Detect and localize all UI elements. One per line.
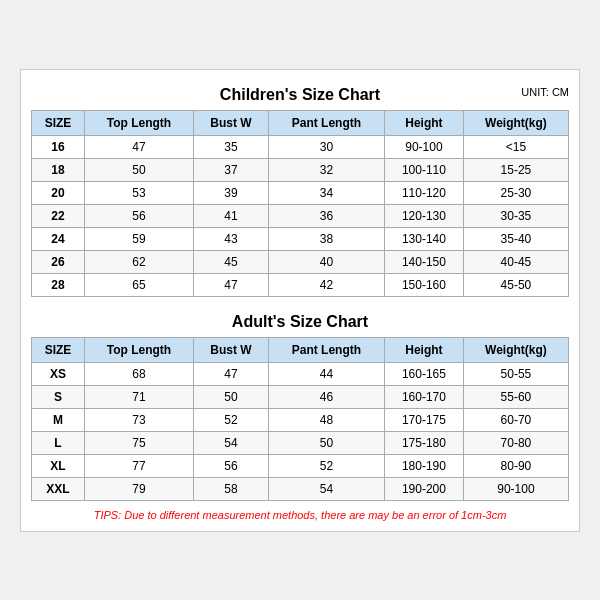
table-cell: 38	[268, 227, 384, 250]
table-cell: 36	[268, 204, 384, 227]
table-cell: XS	[32, 362, 85, 385]
table-cell: 71	[84, 385, 193, 408]
table-cell: 60-70	[463, 408, 568, 431]
children-col-size: SIZE	[32, 110, 85, 135]
table-cell: 37	[194, 158, 269, 181]
table-cell: 140-150	[385, 250, 464, 273]
tips-text: TIPS: Due to different measurement metho…	[31, 509, 569, 521]
table-row: 24594338130-14035-40	[32, 227, 569, 250]
adults-col-size: SIZE	[32, 337, 85, 362]
table-row: M735248170-17560-70	[32, 408, 569, 431]
table-cell: 18	[32, 158, 85, 181]
adults-col-height: Height	[385, 337, 464, 362]
table-cell: 79	[84, 477, 193, 500]
adults-col-bust-w: Bust W	[194, 337, 269, 362]
table-cell: <15	[463, 135, 568, 158]
adults-col-top-length: Top Length	[84, 337, 193, 362]
table-cell: 65	[84, 273, 193, 296]
table-cell: 24	[32, 227, 85, 250]
table-cell: 62	[84, 250, 193, 273]
table-cell: 90-100	[463, 477, 568, 500]
table-cell: 42	[268, 273, 384, 296]
table-cell: 48	[268, 408, 384, 431]
table-row: 20533934110-12025-30	[32, 181, 569, 204]
table-cell: 110-120	[385, 181, 464, 204]
table-row: 18503732100-11015-25	[32, 158, 569, 181]
table-cell: 47	[84, 135, 193, 158]
table-cell: 22	[32, 204, 85, 227]
table-cell: 50	[268, 431, 384, 454]
adults-title: Adult's Size Chart	[232, 313, 368, 330]
table-cell: 47	[194, 362, 269, 385]
table-cell: 16	[32, 135, 85, 158]
table-cell: 58	[194, 477, 269, 500]
table-cell: 175-180	[385, 431, 464, 454]
table-cell: 32	[268, 158, 384, 181]
table-cell: 55-60	[463, 385, 568, 408]
table-cell: 15-25	[463, 158, 568, 181]
table-cell: 120-130	[385, 204, 464, 227]
table-cell: 170-175	[385, 408, 464, 431]
table-cell: 160-165	[385, 362, 464, 385]
table-cell: 43	[194, 227, 269, 250]
table-cell: 50-55	[463, 362, 568, 385]
table-cell: XL	[32, 454, 85, 477]
adults-col-weight: Weight(kg)	[463, 337, 568, 362]
table-row: XXL795854190-20090-100	[32, 477, 569, 500]
table-cell: 52	[194, 408, 269, 431]
table-cell: 80-90	[463, 454, 568, 477]
table-cell: 44	[268, 362, 384, 385]
table-cell: 50	[84, 158, 193, 181]
table-row: 1647353090-100<15	[32, 135, 569, 158]
table-cell: 130-140	[385, 227, 464, 250]
table-cell: 54	[268, 477, 384, 500]
children-title: Children's Size Chart	[220, 86, 380, 103]
table-cell: 68	[84, 362, 193, 385]
table-cell: S	[32, 385, 85, 408]
table-cell: 75	[84, 431, 193, 454]
table-cell: 150-160	[385, 273, 464, 296]
table-cell: 160-170	[385, 385, 464, 408]
table-row: S715046160-17055-60	[32, 385, 569, 408]
table-row: 22564136120-13030-35	[32, 204, 569, 227]
children-col-top-length: Top Length	[84, 110, 193, 135]
table-cell: M	[32, 408, 85, 431]
table-cell: 45	[194, 250, 269, 273]
table-cell: 35-40	[463, 227, 568, 250]
table-row: L755450175-18070-80	[32, 431, 569, 454]
table-cell: 70-80	[463, 431, 568, 454]
table-cell: 28	[32, 273, 85, 296]
adults-col-pant-length: Pant Length	[268, 337, 384, 362]
table-row: 28654742150-16045-50	[32, 273, 569, 296]
children-col-pant-length: Pant Length	[268, 110, 384, 135]
table-row: XS684744160-16550-55	[32, 362, 569, 385]
children-header-row: SIZE Top Length Bust W Pant Length Heigh…	[32, 110, 569, 135]
table-cell: 30-35	[463, 204, 568, 227]
table-cell: L	[32, 431, 85, 454]
children-table: SIZE Top Length Bust W Pant Length Heigh…	[31, 110, 569, 297]
table-row: XL775652180-19080-90	[32, 454, 569, 477]
adults-title-row: Adult's Size Chart	[31, 307, 569, 333]
table-cell: 56	[84, 204, 193, 227]
table-row: 26624540140-15040-45	[32, 250, 569, 273]
table-cell: 20	[32, 181, 85, 204]
table-cell: 35	[194, 135, 269, 158]
table-cell: 40	[268, 250, 384, 273]
table-cell: 100-110	[385, 158, 464, 181]
table-cell: 41	[194, 204, 269, 227]
adults-header-row: SIZE Top Length Bust W Pant Length Heigh…	[32, 337, 569, 362]
table-cell: 46	[268, 385, 384, 408]
table-cell: 26	[32, 250, 85, 273]
table-cell: 40-45	[463, 250, 568, 273]
table-cell: 90-100	[385, 135, 464, 158]
table-cell: 180-190	[385, 454, 464, 477]
table-cell: 34	[268, 181, 384, 204]
table-cell: 39	[194, 181, 269, 204]
table-cell: 30	[268, 135, 384, 158]
table-cell: 25-30	[463, 181, 568, 204]
children-col-weight: Weight(kg)	[463, 110, 568, 135]
table-cell: 56	[194, 454, 269, 477]
table-cell: XXL	[32, 477, 85, 500]
table-cell: 52	[268, 454, 384, 477]
unit-label: UNIT: CM	[521, 86, 569, 98]
